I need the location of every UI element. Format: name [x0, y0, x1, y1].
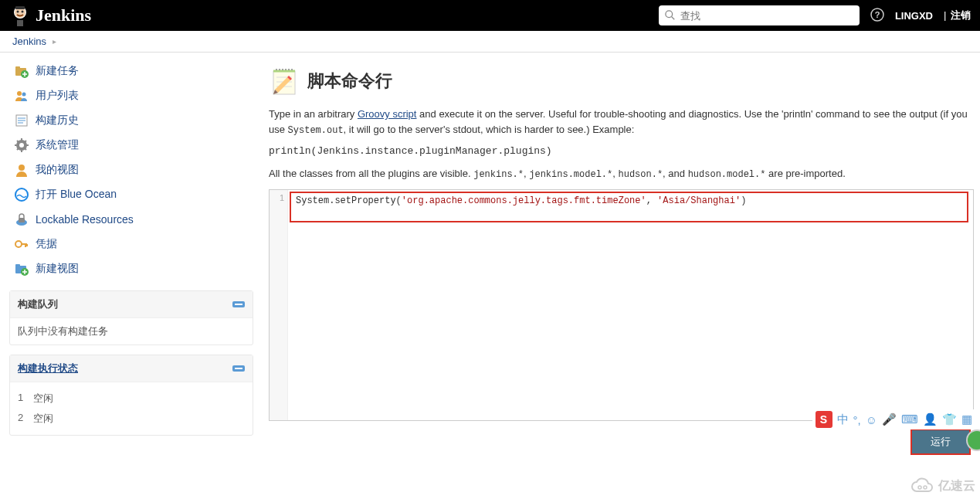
ime-user-icon[interactable]: 👤: [923, 412, 938, 426]
svg-point-13: [17, 91, 22, 96]
build-queue-empty: 队列中没有构建任务: [10, 318, 253, 345]
ime-mic-icon[interactable]: 🎤: [882, 412, 897, 426]
svg-point-35: [279, 69, 280, 70]
top-header: Jenkins ? LINGXD 注销: [0, 0, 980, 31]
svg-rect-24: [19, 218, 25, 222]
sidebar-item-build-history[interactable]: 构建历史: [9, 108, 253, 133]
sidebar-item-label: 用户列表: [36, 89, 79, 103]
user-icon: [12, 162, 31, 178]
sidebar-item-lockable[interactable]: Lockable Resources: [9, 207, 253, 232]
build-queue-panel: 构建队列 队列中没有构建任务: [9, 290, 253, 345]
description: Type in an arbitrary Groovy script and e…: [269, 107, 974, 137]
search-input[interactable]: [680, 10, 853, 22]
svg-point-22: [15, 188, 28, 201]
svg-point-37: [285, 69, 287, 70]
sidebar-item-label: 新建视图: [36, 262, 79, 276]
sidebar-item-label: 我的视图: [36, 163, 79, 177]
collapse-icon[interactable]: [232, 301, 245, 307]
breadcrumb-root[interactable]: Jenkins: [12, 36, 46, 47]
ime-toolbar: S 中 °, ☺ 🎤 ⌨ 👤 👕 ▦: [812, 409, 976, 429]
ime-skin-icon[interactable]: 👕: [942, 412, 957, 426]
sidebar-item-label: 新建任务: [36, 64, 79, 78]
ime-mode-icon[interactable]: 中: [837, 412, 849, 427]
executor-state: 空闲: [33, 412, 53, 426]
ime-grid-icon[interactable]: ▦: [961, 412, 972, 426]
executor-number: 2: [18, 412, 33, 426]
svg-point-34: [276, 69, 277, 70]
key-icon: [12, 236, 31, 252]
editor-gutter: 1: [270, 190, 288, 420]
script-editor[interactable]: 1 System.setProperty('org.apache.commons…: [269, 189, 974, 421]
svg-rect-2: [15, 6, 25, 9]
executor-title[interactable]: 构建执行状态: [18, 362, 78, 375]
svg-point-14: [22, 93, 26, 97]
new-item-icon: [12, 63, 31, 79]
lock-icon: [12, 212, 31, 227]
help-icon[interactable]: ?: [870, 8, 884, 24]
svg-point-20: [19, 143, 24, 148]
history-icon: [12, 113, 31, 128]
notepad-icon: [269, 65, 301, 97]
svg-line-7: [672, 17, 675, 20]
sidebar-item-label: Lockable Resources: [36, 213, 134, 226]
executor-state: 空闲: [33, 392, 53, 406]
svg-point-6: [666, 11, 673, 18]
svg-point-4: [17, 11, 19, 13]
svg-point-25: [15, 241, 22, 247]
logout-link[interactable]: 注销: [944, 8, 971, 22]
side-nav: 新建任务 用户列表 构建历史 系统管理 我的视图 打开 Blue Ocean: [9, 59, 253, 281]
sidebar-item-label: 凭据: [36, 237, 57, 251]
classes-note: All the classes from all the plugins are…: [269, 166, 974, 182]
line-number: 1: [270, 193, 284, 202]
example-code: println(Jenkins.instance.pluginManager.p…: [269, 145, 974, 157]
breadcrumb-separator-icon: ▸: [53, 37, 56, 46]
sidebar-item-blue-ocean[interactable]: 打开 Blue Ocean: [9, 182, 253, 207]
ime-punct-icon[interactable]: °,: [853, 413, 861, 426]
ime-emoji-icon[interactable]: ☺: [866, 413, 877, 426]
jenkins-icon: [9, 3, 31, 28]
sidebar-item-my-views[interactable]: 我的视图: [9, 158, 253, 182]
svg-point-36: [282, 69, 283, 70]
brand-text: Jenkins: [36, 5, 91, 25]
groovy-link[interactable]: Groovy script: [358, 108, 417, 120]
svg-point-5: [22, 11, 24, 13]
svg-point-38: [288, 69, 290, 70]
run-button[interactable]: 运行: [910, 429, 971, 455]
svg-point-39: [291, 69, 293, 70]
sidebar-item-new-view[interactable]: 新建视图: [9, 256, 253, 281]
sidebar-item-credentials[interactable]: 凭据: [9, 232, 253, 256]
sidebar-item-manage[interactable]: 系统管理: [9, 133, 253, 158]
sidebar-item-label: 系统管理: [36, 138, 79, 152]
code-string: 'Asia/Shanghai': [657, 195, 741, 206]
folder-plus-icon: [12, 261, 31, 277]
code-string: 'org.apache.commons.jelly.tags.fmt.timeZ…: [402, 195, 646, 206]
jenkins-logo[interactable]: Jenkins: [9, 3, 91, 28]
user-link[interactable]: LINGXD: [895, 10, 933, 22]
collapse-icon[interactable]: [232, 365, 245, 372]
sidebar: 新建任务 用户列表 构建历史 系统管理 我的视图 打开 Blue Ocean: [0, 53, 263, 475]
sidebar-item-new-item[interactable]: 新建任务: [9, 59, 253, 83]
svg-rect-11: [15, 66, 20, 69]
gear-icon: [12, 137, 31, 153]
search-box[interactable]: [659, 5, 860, 25]
svg-text:?: ?: [875, 10, 880, 19]
executor-row: 1 空闲: [18, 389, 245, 409]
blue-ocean-icon: [12, 187, 31, 202]
sidebar-item-label: 打开 Blue Ocean: [36, 188, 117, 202]
people-icon: [12, 88, 31, 104]
search-icon: [665, 10, 676, 21]
ime-keyboard-icon[interactable]: ⌨: [901, 412, 918, 426]
svg-point-21: [19, 165, 25, 171]
breadcrumb: Jenkins ▸: [0, 31, 980, 53]
executor-row: 2 空闲: [18, 409, 245, 429]
svg-rect-3: [17, 20, 23, 26]
sidebar-item-label: 构建历史: [36, 114, 79, 127]
code-text: System.setProperty(: [296, 195, 402, 206]
executor-number: 1: [18, 392, 33, 406]
sogou-logo-icon[interactable]: S: [816, 411, 832, 428]
editor-highlight-box: System.setProperty('org.apache.commons.j…: [290, 192, 968, 222]
build-queue-title: 构建队列: [18, 297, 58, 311]
svg-rect-30: [15, 264, 20, 266]
page-title: 脚本命令行: [307, 70, 392, 93]
sidebar-item-people[interactable]: 用户列表: [9, 83, 253, 108]
